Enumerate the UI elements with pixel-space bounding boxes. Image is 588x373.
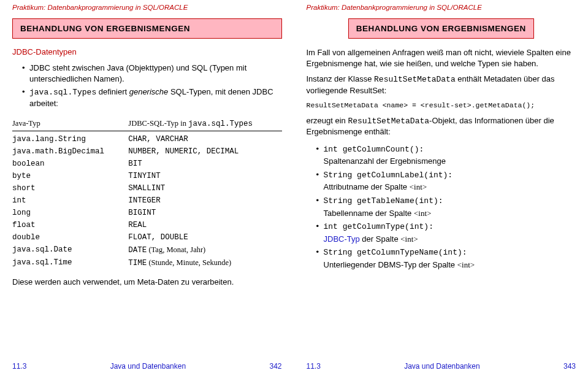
table-row: java.sql.Date DATE (Tag, Monat, Jahr) [12, 244, 282, 256]
footer-right: 11.3 Java und Datenbanken 343 [307, 358, 576, 371]
bullet-getcolumnlabel: String getColumnLabel(int): Attributname… [316, 169, 576, 193]
cell-jdbc-type: INTEGER [128, 194, 281, 207]
bullet-gettablename: String getTableName(int): Tabellenname d… [316, 195, 576, 218]
cell-jdbc-type: SMALLINT [128, 182, 281, 194]
cell-java-type: java.lang.String [12, 131, 128, 146]
bullet-jdbc-between: JDBC steht zwischen Java (Objekttypen) u… [22, 63, 282, 84]
footer-section: 11.3 [307, 362, 321, 371]
table-row: java.sql.Time TIME (Stunde, Minute, Seku… [12, 256, 282, 269]
cell-java-type: float [12, 219, 128, 231]
section-title-left: BEHANDLUNG VON ERGEBNISMENGEN [20, 24, 274, 33]
footer-title: Java und Datenbanken [110, 362, 186, 371]
code-line-getmetadata: ResultSetMetaData <name> = <result-set>.… [307, 101, 576, 110]
method-desc: Attributname der Spalte <int> [324, 182, 576, 193]
footer-title: Java und Datenbanken [404, 362, 479, 371]
cell-jdbc-type: TIME (Stunde, Minute, Sekunde) [128, 256, 281, 269]
cell-jdbc-type: NUMBER, NUMERIC, DECIMAL [128, 145, 281, 158]
bullet-getcolumncount: int getColumnCount(): Spaltenanzahl der … [316, 144, 576, 167]
table-row: java.lang.String CHAR, VARCHAR [12, 131, 282, 146]
footer-page-number: 343 [563, 362, 576, 371]
title-box-right: BEHANDLUNG VON ERGEBNISMENGEN [348, 18, 534, 39]
desc-prefix: Unterliegender DBMS-Typ der Spalte [324, 260, 457, 269]
cell-java-type: java.math.BigDecimal [12, 145, 128, 158]
cell-java-type: int [12, 194, 128, 207]
table-row: float REAL [12, 219, 282, 231]
text-instance-prefix: Instanz der Klasse [307, 74, 375, 83]
method-desc: Spaltenanzahl der Ergebnismenge [324, 156, 576, 167]
table-row: int INTEGER [12, 194, 282, 207]
cell-jdbc-type: CHAR, VARCHAR [128, 131, 281, 146]
code-method: String getColumnLabel(int): [324, 171, 453, 180]
subheading-jdbc-types: JDBC-Datentypen [12, 47, 282, 56]
table-header-row: Java-Typ JDBC-SQL-Typ in java.sql.Types [12, 117, 282, 131]
text-creates-prefix: erzeugt ein [307, 116, 348, 125]
table-row: byte TINYINT [12, 170, 282, 182]
code-java-sql-types: java.sql.Types [29, 88, 96, 97]
header-left: Praktikum: Datenbankprogrammierung in SQ… [12, 2, 282, 15]
code-method: int getColumnType(int): [324, 222, 433, 231]
cell-jdbc-type: FLOAT, DOUBLE [128, 231, 281, 244]
title-wrap-right: BEHANDLUNG VON ERGEBNISMENGEN [307, 15, 576, 45]
cell-java-type: boolean [12, 158, 128, 170]
desc-blue-prefix: JDBC-Typ [324, 234, 360, 244]
code-method: int getColumnCount(): [324, 145, 424, 154]
cell-java-type: long [12, 207, 128, 219]
footer-section: 11.3 [12, 362, 26, 371]
code-resultsetmetadata: ResultSetMetaData [374, 75, 456, 84]
para-instance: Instanz der Klasse ResultSetMetaData ent… [307, 74, 576, 96]
code-method: String getTableName(int): [324, 196, 443, 206]
desc-prefix: Tabellenname der Spalte [324, 209, 414, 218]
title-box-left: BEHANDLUNG VON ERGEBNISMENGEN [12, 18, 282, 39]
header-right: Praktikum: Datenbankprogrammierung in SQ… [307, 2, 576, 15]
desc-int: <int> [414, 209, 431, 218]
desc-rest: der Spalte [360, 234, 401, 244]
page-right: Praktikum: Datenbankprogrammierung in SQ… [294, 0, 589, 373]
bullet-list-left: JDBC steht zwischen Java (Objekttypen) u… [12, 60, 282, 111]
code-resultsetmetadata-2: ResultSetMetaData [348, 117, 429, 126]
method-desc: Tabellenname der Spalte <int> [324, 208, 576, 219]
cell-jdbc-type: TINYINT [128, 170, 281, 182]
footer-left: 11.3 Java und Datenbanken 342 [12, 358, 282, 371]
footer-page-number: 342 [269, 362, 281, 371]
type-mapping-table: Java-Typ JDBC-SQL-Typ in java.sql.Types … [12, 117, 282, 269]
cell-jdbc-type: BIT [128, 158, 281, 170]
desc-int: <int> [457, 260, 475, 269]
bullet-getcolumntypename: String getColumnTypeName(int): Unterlieg… [316, 247, 576, 270]
para-general-queries: Im Fall von allgemeinen Anfragen weiß ma… [307, 47, 576, 69]
col-header-java-type: Java-Typ [12, 117, 128, 131]
col-header-jdbc-type: JDBC-SQL-Typ in java.sql.Types [128, 117, 281, 131]
bullet-list-right: int getColumnCount(): Spaltenanzahl der … [307, 141, 576, 272]
cell-java-type: byte [12, 170, 128, 182]
cell-jdbc-type: REAL [128, 219, 281, 231]
method-desc: Unterliegender DBMS-Typ der Spalte <int> [324, 260, 576, 271]
page-left: Praktikum: Datenbankprogrammierung in SQ… [0, 0, 294, 373]
table-row: java.math.BigDecimal NUMBER, NUMERIC, DE… [12, 145, 282, 158]
cell-java-type: short [12, 182, 128, 194]
method-desc: JDBC-Typ der Spalte <int> [324, 234, 576, 245]
bullet-sql-types: java.sql.Types definiert generische SQL-… [22, 87, 282, 109]
bullet-getcolumntype: int getColumnType(int): JDBC-Typ der Spa… [316, 221, 576, 244]
text-generic: generische [129, 87, 169, 96]
desc-int: <int> [410, 182, 427, 191]
cell-serif: (Stunde, Minute, Sekunde) [147, 258, 231, 267]
col-header-jdbc-text: JDBC-SQL-Typ in [128, 119, 188, 128]
table-row: long BIGINT [12, 207, 282, 219]
cell-java-type: java.sql.Time [12, 256, 128, 269]
cell-jdbc-type: BIGINT [128, 207, 281, 219]
section-title-right: BEHANDLUNG VON ERGEBNISMENGEN [356, 24, 526, 33]
cell-code: DATE [128, 246, 147, 255]
cell-code: TIME [128, 259, 147, 267]
para-creates: erzeugt ein ResultSetMetaData-Objekt, da… [307, 115, 576, 137]
cell-serif: (Tag, Monat, Jahr) [147, 245, 205, 254]
table-row: boolean BIT [12, 158, 282, 170]
desc-prefix: Attributname der Spalte [324, 182, 410, 191]
cell-java-type: java.sql.Date [12, 244, 128, 256]
code-method: String getColumnTypeName(int): [324, 248, 467, 257]
desc-int: <int> [400, 234, 418, 244]
col-header-jdbc-code: java.sql.Types [188, 120, 253, 128]
closing-text-left: Diese werden auch verwendet, um Meta-Dat… [12, 277, 282, 288]
table-row: double FLOAT, DOUBLE [12, 231, 282, 244]
cell-java-type: double [12, 231, 128, 244]
text-defines: definiert [96, 87, 129, 96]
cell-jdbc-type: DATE (Tag, Monat, Jahr) [128, 244, 281, 256]
